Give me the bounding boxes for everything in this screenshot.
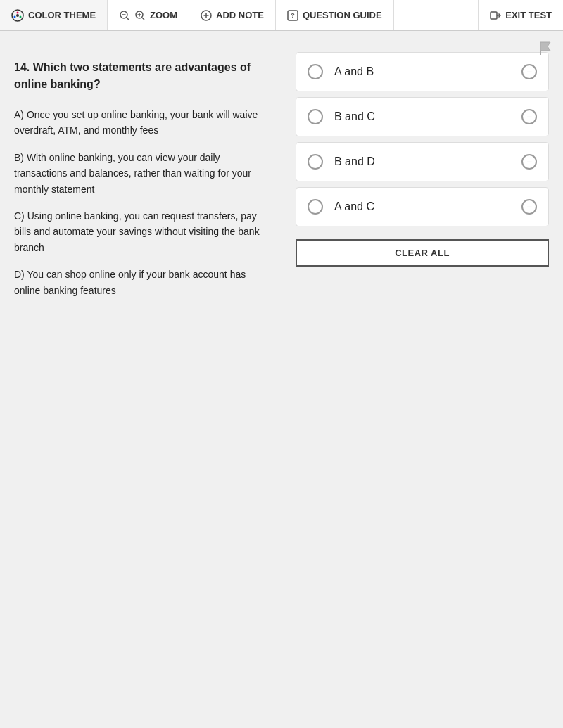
eliminate-b-and-d-icon[interactable]: − [521, 154, 537, 170]
answer-option-a-and-c[interactable]: A and C − [296, 187, 549, 226]
answer-label-a-and-c: A and C [334, 200, 374, 213]
answer-panel: A and B − B and C − B and D − A and C − [282, 31, 563, 728]
add-note-icon [201, 10, 212, 21]
eliminate-a-and-b-icon[interactable]: − [521, 64, 537, 79]
svg-line-7 [127, 18, 129, 20]
option-a: A) Once you set up online banking, your … [14, 107, 260, 139]
question-guide-button[interactable]: ? QUESTION GUIDE [276, 0, 394, 30]
option-d: D) You can shop online only if your bank… [14, 267, 260, 298]
svg-point-1 [17, 11, 19, 13]
main-content: 14. Which two statements are advantages … [0, 31, 563, 728]
answer-option-a-and-b[interactable]: A and B − [296, 52, 549, 91]
question-guide-label: QUESTION GUIDE [303, 10, 382, 20]
answer-label-b-and-d: B and D [334, 155, 375, 168]
question-guide-icon: ? [287, 10, 298, 21]
question-header: 14. Which two statements are advantages … [14, 59, 260, 93]
svg-rect-17 [491, 12, 497, 19]
zoom-in-icon [134, 10, 146, 21]
add-note-button[interactable]: ADD NOTE [189, 0, 276, 30]
exit-icon [490, 10, 501, 21]
add-note-label: ADD NOTE [216, 10, 264, 20]
option-b: B) With online banking, you can view you… [14, 150, 260, 197]
option-c: C) Using online banking, you can request… [14, 208, 260, 255]
svg-point-3 [14, 15, 16, 18]
exit-test-label: EXIT TEST [505, 10, 552, 20]
answer-label-b-and-c: B and C [334, 110, 375, 123]
color-theme-icon [11, 9, 24, 22]
radio-b-and-d [308, 154, 323, 170]
radio-a-and-b [308, 64, 323, 79]
answer-option-b-and-c[interactable]: B and C − [296, 97, 549, 136]
svg-point-4 [16, 14, 19, 17]
clear-all-button[interactable]: CLEAR ALL [296, 239, 549, 267]
answer-option-b-and-d[interactable]: B and D − [296, 142, 549, 181]
option-c-text: C) Using online banking, you can request… [14, 208, 260, 255]
color-theme-button[interactable]: COLOR THEME [0, 0, 108, 30]
flag-button[interactable] [535, 38, 556, 59]
option-b-text: B) With online banking, you can view you… [14, 150, 260, 197]
svg-text:?: ? [291, 12, 295, 19]
svg-point-2 [20, 15, 22, 18]
radio-a-and-c [308, 199, 323, 215]
question-header-text: 14. Which two statements are advantages … [14, 59, 260, 93]
exit-test-button[interactable]: EXIT TEST [478, 0, 563, 30]
toolbar: COLOR THEME ZOOM [0, 0, 563, 31]
zoom-label: ZOOM [150, 10, 177, 20]
color-theme-label: COLOR THEME [28, 10, 96, 20]
zoom-out-icon [119, 10, 130, 21]
eliminate-a-and-c-icon[interactable]: − [521, 199, 537, 215]
option-a-text: A) Once you set up online banking, your … [14, 107, 260, 139]
radio-b-and-c [308, 109, 323, 124]
option-d-text: D) You can shop online only if your bank… [14, 267, 260, 298]
question-panel: 14. Which two statements are advantages … [0, 31, 282, 728]
eliminate-b-and-c-icon[interactable]: − [521, 109, 537, 124]
answer-label-a-and-b: A and B [334, 65, 374, 78]
zoom-button[interactable]: ZOOM [108, 0, 189, 30]
svg-line-11 [142, 18, 144, 20]
